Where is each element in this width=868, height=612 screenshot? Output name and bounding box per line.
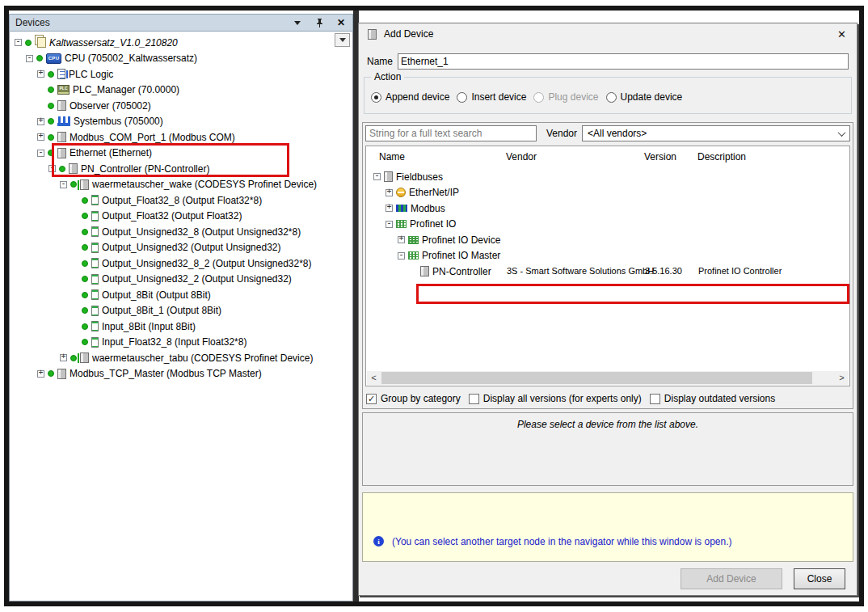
scrollbar-thumb[interactable] bbox=[381, 372, 812, 384]
expand-icon[interactable]: + bbox=[37, 70, 44, 78]
tree-item-profinet-io-device[interactable]: +Profinet IO Device bbox=[367, 232, 849, 248]
radio-button-icon[interactable] bbox=[457, 92, 467, 103]
tree-item-profinet-io[interactable]: -Profinet IO bbox=[367, 217, 849, 233]
collapse-icon[interactable]: - bbox=[26, 55, 33, 62]
expander-spacer bbox=[71, 276, 78, 283]
close-button[interactable]: Close bbox=[794, 568, 845, 589]
search-input[interactable] bbox=[365, 125, 537, 141]
close-dialog-icon[interactable]: ✕ bbox=[837, 28, 846, 40]
collapse-icon[interactable]: - bbox=[60, 181, 67, 188]
tree-item-plc-logic[interactable]: +PLC Logic bbox=[11, 66, 333, 82]
tree-item-plc-manager-70-0000[interactable]: PLC_Manager (70.0000) bbox=[11, 82, 333, 99]
tree-dropdown-button[interactable] bbox=[335, 33, 350, 47]
tree-item-label: Profinet IO Device bbox=[422, 234, 500, 246]
tree-item-output-float32-8-output-float32-8[interactable]: Output_Float32_8 (Output Float32*8) bbox=[11, 192, 333, 209]
devices-panel: Devices ✕ -Kaltwassersatz_V1.0_210820-CP… bbox=[9, 14, 353, 601]
tree-item-input-float32-8-input-float32-8[interactable]: Input_Float32_8 (Input Float32*8) bbox=[11, 335, 333, 351]
expander-spacer bbox=[71, 291, 78, 298]
checkbox-display-outdated-versions[interactable]: Display outdated versions bbox=[650, 393, 775, 404]
tree-item-input-8bit-input-8bit[interactable]: Input_8Bit (Input 8Bit) bbox=[11, 319, 333, 335]
tree-item-pn-controller-pn-controller[interactable]: -PN_Controller (PN-Controller) bbox=[11, 161, 333, 177]
tree-item-systembus-705000[interactable]: +Systembus (705000) bbox=[11, 114, 333, 130]
name-row: Name bbox=[367, 53, 849, 70]
radio-button-icon[interactable] bbox=[371, 92, 381, 103]
checkbox-group-by-category[interactable]: ✓Group by category bbox=[366, 393, 461, 404]
tree-item-observer-705002[interactable]: Observer (705002) bbox=[11, 98, 333, 114]
tree-item-waermetauscher-tabu-codesys-profinet-device[interactable]: +waermetauscher_tabu (CODESYS Profinet D… bbox=[11, 350, 333, 366]
tree-item-modbus[interactable]: +Modbus bbox=[367, 200, 849, 217]
tree-item-label: Output_Unsigned32_8_2 (Output Unsigned32… bbox=[102, 258, 312, 269]
panel-menu-chevron-icon[interactable] bbox=[292, 17, 303, 28]
cpu-icon bbox=[46, 53, 61, 64]
profinet-icon bbox=[408, 236, 419, 244]
module-icon bbox=[91, 226, 99, 237]
expand-icon[interactable]: + bbox=[386, 189, 393, 196]
expander-spacer bbox=[37, 87, 44, 94]
tree-item-waermetauscher-wake-codesys-profinet-device[interactable]: -waermetauscher_wake (CODESYS Profinet D… bbox=[11, 177, 333, 193]
checkbox-unchecked-icon[interactable] bbox=[650, 394, 660, 404]
tree-item-ethernet-ethernet[interactable]: -Ethernet (Ethernet) bbox=[11, 146, 333, 162]
expand-icon[interactable]: + bbox=[398, 236, 405, 243]
checkbox-display-all-versions-for-experts-only[interactable]: Display all versions (for experts only) bbox=[469, 393, 642, 404]
collapse-icon[interactable]: - bbox=[15, 39, 22, 46]
tree-item-output-unsigned32-output-unsigned32[interactable]: Output_Unsigned32 (Output Unsigned32) bbox=[11, 240, 333, 256]
tree-item-output-unsigned32-8-output-unsigned32-8[interactable]: Output_Unsigned32_8 (Output Unsigned32*8… bbox=[11, 224, 333, 240]
tree-item-ethernet-ip[interactable]: +EtherNet/IP bbox=[367, 185, 849, 201]
expand-icon[interactable]: + bbox=[60, 354, 67, 361]
app-content: Devices ✕ -Kaltwassersatz_V1.0_210820-CP… bbox=[9, 11, 859, 601]
expand-icon[interactable]: + bbox=[386, 205, 393, 212]
checkbox-label: Display all versions (for experts only) bbox=[483, 393, 642, 404]
expand-icon[interactable]: + bbox=[37, 133, 44, 141]
device-list-header: Name Vendor Version Description bbox=[366, 146, 849, 167]
radio-insert-device[interactable]: Insert device bbox=[457, 91, 526, 103]
tree-item-output-8bit-1-output-8bit[interactable]: Output_8Bit_1 (Output 8Bit) bbox=[11, 303, 333, 319]
radio-update-device[interactable]: Update device bbox=[606, 91, 683, 103]
collapse-icon[interactable]: - bbox=[37, 150, 44, 157]
column-header-version[interactable]: Version bbox=[644, 151, 676, 162]
tree-item-label: Modbus_TCP_Master (Modbus TCP Master) bbox=[70, 368, 262, 379]
tree-item-modbus-com-port-1-modbus-com[interactable]: +Modbus_COM_Port_1 (Modbus COM) bbox=[11, 129, 333, 146]
add-device-button[interactable]: Add Device bbox=[680, 568, 782, 589]
column-header-vendor[interactable]: Vendor bbox=[506, 151, 537, 162]
column-header-name[interactable]: Name bbox=[379, 151, 405, 162]
column-header-description[interactable]: Description bbox=[697, 151, 746, 162]
collapse-icon[interactable]: - bbox=[373, 173, 381, 180]
expand-icon[interactable]: + bbox=[37, 118, 44, 125]
vendor-dropdown[interactable]: <All vendors> bbox=[582, 125, 850, 141]
device-name-input[interactable] bbox=[398, 53, 849, 70]
collapse-icon[interactable]: - bbox=[386, 221, 393, 228]
status-dot-icon bbox=[82, 323, 88, 330]
tree-item-fieldbuses[interactable]: -Fieldbuses bbox=[367, 169, 849, 185]
status-dot-icon bbox=[48, 134, 54, 141]
radio-label: Append device bbox=[386, 91, 449, 103]
collapse-icon[interactable]: - bbox=[48, 165, 56, 172]
pin-icon[interactable] bbox=[314, 17, 325, 28]
checkbox-unchecked-icon[interactable] bbox=[469, 394, 479, 404]
radio-append-device[interactable]: Append device bbox=[371, 91, 449, 103]
status-dot-icon bbox=[48, 103, 54, 109]
close-panel-icon[interactable]: ✕ bbox=[335, 17, 347, 28]
tree-item-output-unsigned32-8-2-output-unsigned32-8[interactable]: Output_Unsigned32_8_2 (Output Unsigned32… bbox=[11, 255, 333, 272]
tree-item-output-8bit-output-8bit[interactable]: Output_8Bit (Output 8Bit) bbox=[11, 287, 333, 303]
scroll-left-icon[interactable]: < bbox=[367, 371, 381, 385]
radio-button-icon bbox=[533, 92, 544, 103]
status-dot-icon bbox=[82, 260, 88, 267]
module-icon bbox=[91, 243, 99, 253]
tree-item-cpu-705002-kaltwassersatz[interactable]: -CPU (705002_Kaltwassersatz) bbox=[11, 51, 333, 67]
module-icon bbox=[91, 337, 99, 348]
tree-item-pn-controller[interactable]: PN-Controller3S - Smart Software Solutio… bbox=[367, 264, 849, 280]
horizontal-scrollbar[interactable]: < > bbox=[367, 371, 849, 385]
tree-item-modbus-tcp-master-modbus-tcp-master[interactable]: +Modbus_TCP_Master (Modbus TCP Master) bbox=[11, 366, 333, 382]
checkbox-checked-icon[interactable]: ✓ bbox=[366, 394, 377, 404]
tree-item-profinet-io-master[interactable]: -Profinet IO Master bbox=[367, 248, 849, 264]
tree-item-output-float32-output-float32[interactable]: Output_Float32 (Output Float32) bbox=[11, 209, 333, 225]
tree-item-label: Observer (705002) bbox=[70, 100, 151, 112]
tree-item-kaltwassersatz-v1-0-210820[interactable]: -Kaltwassersatz_V1.0_210820 bbox=[11, 35, 333, 51]
status-dot-icon bbox=[48, 370, 54, 377]
tree-item-output-unsigned32-2-output-unsigned32[interactable]: Output_Unsigned32_2 (Output Unsigned32) bbox=[11, 272, 333, 288]
radio-button-icon[interactable] bbox=[606, 92, 617, 103]
collapse-icon[interactable]: - bbox=[398, 252, 405, 260]
scroll-right-icon[interactable]: > bbox=[835, 371, 849, 385]
expand-icon[interactable]: + bbox=[37, 370, 44, 378]
add-device-dialog: Add Device ✕ Name Action Append deviceIn… bbox=[358, 23, 857, 596]
